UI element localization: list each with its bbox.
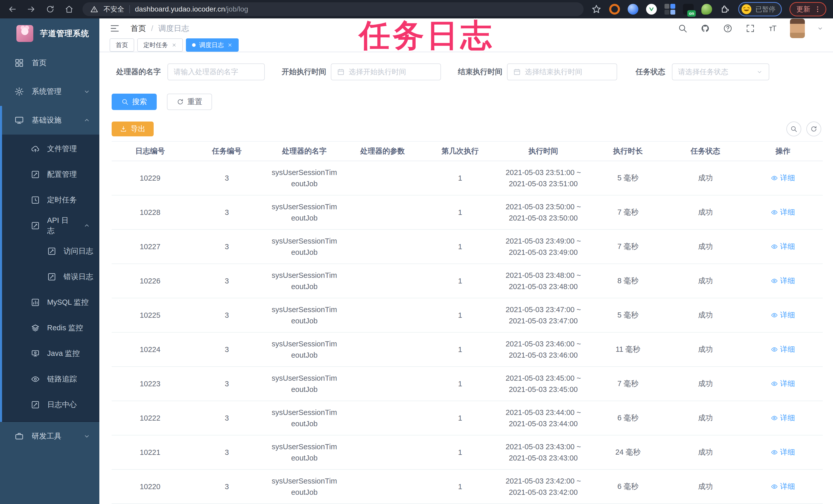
table-refresh-button[interactable] [806, 122, 821, 136]
sidebar-item-system[interactable]: 系统管理 [0, 77, 99, 106]
fullscreen-button[interactable] [745, 23, 756, 34]
handler-name-field[interactable] [174, 68, 259, 76]
emoji-avatar-icon [741, 4, 752, 15]
sidebar-item-job[interactable]: 定时任务 [2, 187, 99, 213]
url-host: dashboard.yudao.iocoder.cn [135, 5, 225, 13]
user-avatar[interactable] [790, 19, 805, 38]
security-warning-icon [90, 5, 98, 13]
cell-exec-time: 2021-05-03 23:46:00 ~ 2021-05-03 23:46:0… [499, 338, 588, 361]
browser-toolbar-right: on 已暂停 更新 [591, 2, 826, 16]
calendar-icon [337, 68, 345, 76]
detail-link[interactable]: 详细 [771, 481, 795, 492]
kebab-menu-icon[interactable] [814, 5, 822, 13]
sidebar-item-home[interactable]: 首页 [0, 49, 99, 77]
sidebar-item-error-log[interactable]: 错误日志 [2, 264, 99, 289]
handler-line2: eoutJob [265, 452, 343, 463]
detail-link[interactable]: 详细 [771, 344, 795, 355]
extension-leaf-icon[interactable] [701, 4, 712, 15]
extension-switch-icon[interactable]: on [683, 4, 694, 15]
extension-grid-icon[interactable] [665, 4, 675, 15]
sidebar-item-redis[interactable]: Redis 监控 [2, 315, 99, 341]
forward-button[interactable] [26, 4, 37, 15]
detail-link[interactable]: 详细 [771, 276, 795, 286]
profile-chip[interactable]: 已暂停 [738, 2, 782, 16]
cell-exec-index: 1 [422, 482, 499, 491]
sidebar-item-infra[interactable]: 基础设施 [2, 106, 99, 134]
sidebar-active-section: 基础设施 文件管理 配置管理 定时任务 API 日志 [0, 106, 99, 422]
search-button[interactable]: 搜索 [112, 94, 157, 110]
help-button[interactable] [722, 23, 733, 34]
sidebar-item-config[interactable]: 配置管理 [2, 162, 99, 187]
sidebar-item-access-log[interactable]: 访问日志 [2, 238, 99, 264]
handler-name-input[interactable] [167, 64, 265, 80]
detail-link[interactable]: 详细 [771, 310, 795, 320]
sidebar-item-log-center[interactable]: 日志中心 [2, 392, 99, 418]
cell-duration: 5 毫秒 [588, 173, 668, 183]
reload-button[interactable] [45, 4, 56, 15]
task-status-select[interactable]: 请选择任务状态 [672, 64, 769, 80]
sidebar-item-trace[interactable]: 链路追踪 [2, 367, 99, 392]
font-size-button[interactable] [767, 23, 778, 34]
sidebar-item-mysql[interactable]: MySQL 监控 [2, 289, 99, 315]
detail-link[interactable]: 详细 [771, 207, 795, 218]
detail-link[interactable]: 详细 [771, 379, 795, 389]
sidebar-item-api-log[interactable]: API 日志 [2, 213, 99, 238]
cell-actions: 详细 [743, 481, 823, 492]
reset-button[interactable]: 重置 [167, 94, 212, 110]
column-header: 处理器的名字 [265, 146, 343, 156]
sidebar-item-java[interactable]: Java 监控 [2, 341, 99, 367]
back-button[interactable] [7, 4, 18, 15]
start-time-placeholder: 选择开始执行时间 [349, 67, 406, 77]
sidebar-item-file[interactable]: 文件管理 [2, 136, 99, 162]
paused-status-label: 已暂停 [755, 5, 776, 14]
url-bar[interactable]: 不安全 dashboard.yudao.iocoder.cn/job/log [82, 2, 584, 16]
header-actions [677, 19, 824, 38]
app-logo[interactable]: 芋道管理系统 [0, 19, 99, 49]
github-button[interactable] [700, 23, 711, 34]
handler-line2: eoutJob [265, 350, 343, 361]
detail-link[interactable]: 详细 [771, 413, 795, 423]
breadcrumb-home[interactable]: 首页 [130, 23, 146, 34]
home-button[interactable] [64, 4, 75, 15]
cell-exec-index: 1 [422, 277, 499, 285]
cell-status: 成功 [668, 242, 743, 252]
cell-exec-index: 1 [422, 345, 499, 354]
bookmark-star-icon[interactable] [591, 4, 601, 14]
sidebar-toggle-button[interactable] [109, 23, 120, 34]
cell-exec-time: 2021-05-03 23:44:00 ~ 2021-05-03 23:44:0… [499, 407, 588, 429]
close-icon[interactable] [171, 43, 177, 48]
detail-link[interactable]: 详细 [771, 173, 795, 183]
toggle-search-button[interactable] [786, 122, 801, 136]
tab-job[interactable]: 定时任务 [137, 39, 183, 52]
cell-exec-time: 2021-05-03 23:43:00 ~ 2021-05-03 23:43:0… [499, 441, 588, 463]
close-icon[interactable] [228, 43, 233, 48]
sidebar-item-label: 日志中心 [47, 400, 99, 410]
avatar-caret-down-icon[interactable] [817, 25, 824, 32]
tab-home[interactable]: 首页 [110, 39, 134, 52]
cell-exec-index: 1 [422, 380, 499, 388]
extension-blue-icon[interactable] [628, 4, 638, 15]
fullscreen-icon [745, 24, 755, 33]
extension-green-v-icon[interactable] [646, 4, 657, 15]
header-search-button[interactable] [677, 23, 688, 34]
cell-status: 成功 [668, 310, 743, 320]
calendar-icon [513, 68, 521, 76]
detail-link[interactable]: 详细 [771, 447, 795, 457]
cell-actions: 详细 [743, 447, 823, 458]
detail-link[interactable]: 详细 [771, 242, 795, 252]
tab-label: 调度日志 [199, 41, 224, 49]
update-button[interactable]: 更新 [789, 2, 826, 16]
extension-orange-icon[interactable] [609, 4, 620, 15]
sidebar-item-dev-tools[interactable]: 研发工具 [0, 422, 99, 451]
annotation-title: 任务日志 [359, 15, 494, 57]
end-time-picker[interactable]: 选择结束执行时间 [507, 64, 617, 80]
url-text: dashboard.yudao.iocoder.cn/job/log [135, 5, 248, 13]
start-time-picker[interactable]: 选择开始执行时间 [331, 64, 441, 80]
tab-log[interactable]: 调度日志 [186, 39, 239, 52]
extensions-puzzle-icon[interactable] [720, 4, 731, 15]
time-line1: 2021-05-03 23:49:00 ~ [499, 235, 588, 247]
pen-square-icon [47, 247, 56, 256]
cell-task-id: 3 [188, 277, 265, 285]
export-button[interactable]: 导出 [112, 122, 153, 136]
handler-line2: eoutJob [265, 212, 343, 224]
